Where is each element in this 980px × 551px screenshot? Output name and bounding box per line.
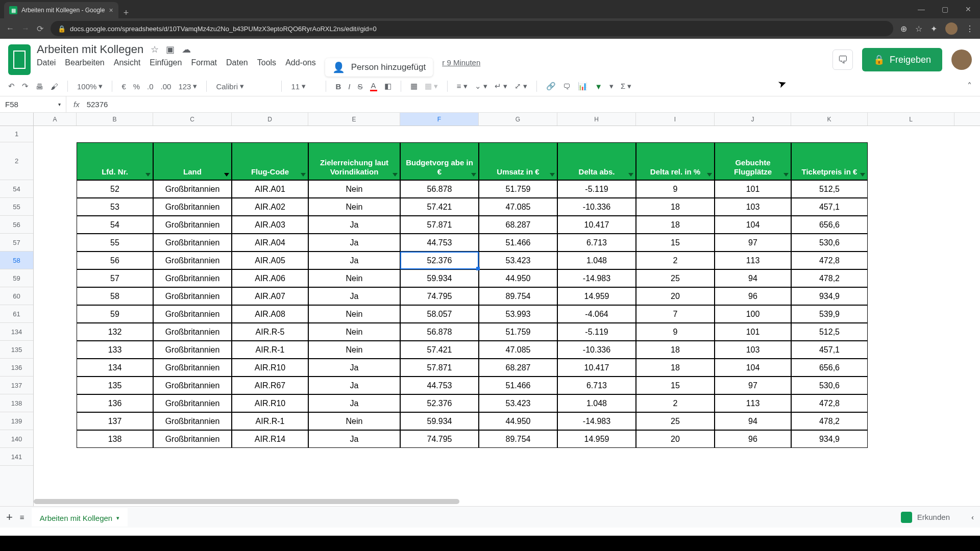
cell-B134[interactable]: 132 <box>77 323 153 341</box>
strike-button[interactable]: S <box>357 82 362 91</box>
header-I[interactable]: Delta rel. in % <box>636 142 715 180</box>
extensions-icon[interactable]: ✦ <box>930 24 937 34</box>
header-E[interactable]: Zielerreichung laut Vorindikation <box>308 142 400 180</box>
cell-B57[interactable]: 55 <box>77 234 153 252</box>
cell-J137[interactable]: 97 <box>715 377 791 394</box>
cell-H58[interactable]: 1.048 <box>557 252 636 269</box>
cell-I136[interactable]: 18 <box>636 359 715 377</box>
cell-E56[interactable]: Ja <box>308 216 400 234</box>
cell-D61[interactable]: AIR.A08 <box>232 305 308 323</box>
cell-E61[interactable]: Nein <box>308 305 400 323</box>
menu-daten[interactable]: Daten <box>226 58 248 77</box>
redo-icon[interactable]: ↷ <box>22 82 29 91</box>
comment-icon[interactable]: 🗨 <box>563 82 571 91</box>
cell-D59[interactable]: AIR.A06 <box>232 269 308 287</box>
cell-B135[interactable]: 133 <box>77 341 153 359</box>
cloud-status-icon[interactable]: ☁ <box>182 44 191 55</box>
row-header-59[interactable]: 59 <box>0 269 33 287</box>
col-header-H[interactable]: H <box>557 113 636 126</box>
sheet-tab-active[interactable]: Arbeiten mit Kollegen▾ <box>32 508 128 527</box>
cell-K140[interactable]: 934,9 <box>791 430 868 448</box>
row-header-54[interactable]: 54 <box>0 180 33 198</box>
cell-J56[interactable]: 104 <box>715 216 791 234</box>
menu-datei[interactable]: Datei <box>37 58 56 77</box>
cell-F134[interactable]: 56.878 <box>400 323 479 341</box>
decrease-decimal-button[interactable]: .0 <box>147 82 154 91</box>
col-header-K[interactable]: K <box>791 113 868 126</box>
cell-J139[interactable]: 94 <box>715 412 791 430</box>
cell-E138[interactable]: Ja <box>308 394 400 412</box>
cell-K136[interactable]: 656,6 <box>791 359 868 377</box>
col-header-G[interactable]: G <box>479 113 557 126</box>
cell-F54[interactable]: 56.878 <box>400 180 479 198</box>
row-header-136[interactable]: 136 <box>0 359 33 377</box>
cell-J60[interactable]: 96 <box>715 287 791 305</box>
cell-I140[interactable]: 20 <box>636 430 715 448</box>
cell-G56[interactable]: 68.287 <box>479 216 557 234</box>
cell-J134[interactable]: 101 <box>715 323 791 341</box>
halign-button[interactable]: ≡ ▾ <box>457 82 468 91</box>
cell-D134[interactable]: AIR.R-5 <box>232 323 308 341</box>
cell-C56[interactable]: Großbritannien <box>153 216 232 234</box>
cell-K59[interactable]: 478,2 <box>791 269 868 287</box>
cell-H56[interactable]: 10.417 <box>557 216 636 234</box>
spreadsheet-grid[interactable]: ABCDEFGHIJKL 125455565758596061134135136… <box>0 113 980 528</box>
cell-K57[interactable]: 530,6 <box>791 234 868 252</box>
filter-icon[interactable] <box>860 173 865 177</box>
paintformat-icon[interactable]: 🖌 <box>51 82 58 91</box>
maximize-icon[interactable]: ▢ <box>933 0 957 18</box>
cell-H60[interactable]: 14.959 <box>557 287 636 305</box>
cell-H57[interactable]: 6.713 <box>557 234 636 252</box>
col-header-B[interactable]: B <box>77 113 153 126</box>
cell-F140[interactable]: 74.795 <box>400 430 479 448</box>
star-doc-icon[interactable]: ☆ <box>151 44 159 55</box>
header-G[interactable]: Umsatz in € <box>479 142 557 180</box>
cell-E57[interactable]: Ja <box>308 234 400 252</box>
col-header-D[interactable]: D <box>232 113 308 126</box>
cell-B54[interactable]: 52 <box>77 180 153 198</box>
cell-E58[interactable]: Ja <box>308 252 400 269</box>
cell-B58[interactable]: 56 <box>77 252 153 269</box>
row-header-57[interactable]: 57 <box>0 234 33 252</box>
collapse-toolbar-icon[interactable]: ˄ <box>967 81 972 92</box>
cell-F61[interactable]: 58.057 <box>400 305 479 323</box>
cell-F138[interactable]: 52.376 <box>400 394 479 412</box>
account-avatar[interactable] <box>951 49 972 70</box>
cell-I134[interactable]: 9 <box>636 323 715 341</box>
cell-F59[interactable]: 59.934 <box>400 269 479 287</box>
filter-icon[interactable] <box>471 173 476 177</box>
cell-E136[interactable]: Ja <box>308 359 400 377</box>
header-H[interactable]: Delta abs. <box>557 142 636 180</box>
row-header-55[interactable]: 55 <box>0 198 33 216</box>
cell-H139[interactable]: -14.983 <box>557 412 636 430</box>
minimize-icon[interactable]: — <box>910 0 933 18</box>
col-header-L[interactable]: L <box>868 113 954 126</box>
explore-button[interactable]: Erkunden <box>894 509 957 526</box>
header-F[interactable]: Budgetvorg abe in € <box>400 142 479 180</box>
browser-profile-avatar[interactable] <box>945 22 958 35</box>
row-header-139[interactable]: 139 <box>0 412 33 430</box>
cell-J140[interactable]: 96 <box>715 430 791 448</box>
cell-F57[interactable]: 44.753 <box>400 234 479 252</box>
filter-icon[interactable] <box>707 173 712 177</box>
close-window-icon[interactable]: ✕ <box>957 0 980 18</box>
filter-dropdown[interactable]: ▾ <box>609 82 614 91</box>
formula-value[interactable]: 52376 <box>87 100 108 109</box>
cell-K55[interactable]: 457,1 <box>791 198 868 216</box>
cell-D56[interactable]: AIR.A03 <box>232 216 308 234</box>
cell-E137[interactable]: Ja <box>308 377 400 394</box>
cell-F136[interactable]: 57.871 <box>400 359 479 377</box>
cell-K135[interactable]: 457,1 <box>791 341 868 359</box>
cell-G137[interactable]: 51.466 <box>479 377 557 394</box>
cell-I54[interactable]: 9 <box>636 180 715 198</box>
cell-K134[interactable]: 512,5 <box>791 323 868 341</box>
cell-D137[interactable]: AIR.R67 <box>232 377 308 394</box>
select-all-corner[interactable] <box>0 113 34 126</box>
cell-I135[interactable]: 18 <box>636 341 715 359</box>
font-select[interactable]: Calibri ▾ <box>216 82 272 91</box>
star-icon[interactable]: ☆ <box>915 24 922 34</box>
filter-icon[interactable]: ▼ <box>595 82 602 91</box>
col-header-F[interactable]: F <box>400 113 479 126</box>
wrap-button[interactable]: ↵ ▾ <box>495 82 507 91</box>
cell-E60[interactable]: Ja <box>308 287 400 305</box>
